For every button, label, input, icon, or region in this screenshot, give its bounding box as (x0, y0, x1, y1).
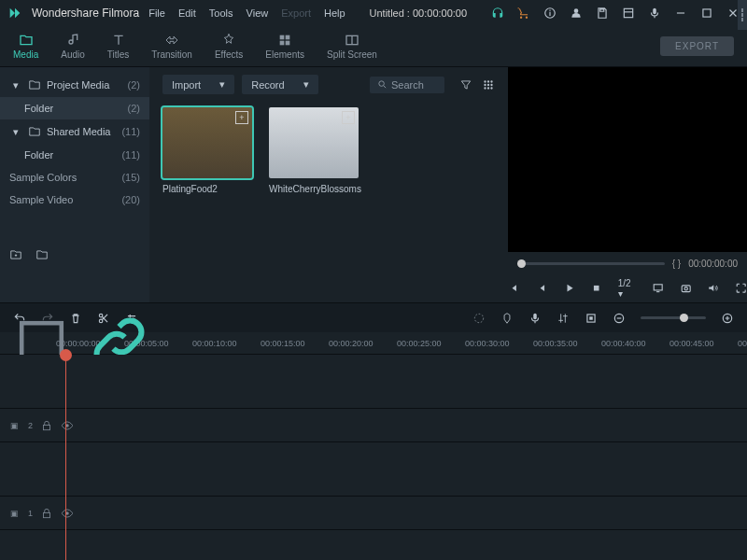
lock-icon[interactable] (40, 507, 53, 520)
lock-icon[interactable] (40, 419, 53, 432)
sidebar-project-media[interactable]: ▾ Project Media (2) (0, 73, 149, 97)
zoom-slider[interactable] (641, 316, 706, 319)
zoom-out-icon[interactable] (613, 312, 626, 325)
minimize-icon[interactable] (674, 7, 687, 20)
folder-icon[interactable] (35, 248, 49, 261)
new-folder-icon[interactable] (9, 248, 22, 261)
search-input[interactable]: Search (370, 77, 444, 93)
tab-elements[interactable]: Elements (265, 33, 304, 60)
menu-view[interactable]: View (247, 7, 269, 19)
stop-icon[interactable] (590, 282, 602, 295)
clip-item[interactable]: + PlatingFood2 (162, 107, 252, 194)
timeline-ruler[interactable]: 00:00:00:0000:00:05:0000:00:10:0000:00:1… (0, 332, 747, 355)
track-type-icon: ▣ (7, 507, 21, 520)
svg-rect-33 (44, 425, 50, 429)
maximize-icon[interactable] (700, 7, 713, 20)
import-dropdown[interactable]: Import▾ (162, 75, 234, 94)
svg-point-13 (490, 80, 492, 82)
tab-effects[interactable]: Effects (215, 33, 243, 60)
sidebar-folder-1[interactable]: Folder (2) (0, 97, 149, 119)
playback-speed[interactable]: 1/2 ▾ (618, 278, 638, 299)
add-to-timeline-icon[interactable]: + (235, 111, 248, 124)
media-browser: Import▾ Record▾ Search + PlatingFood2 + … (149, 67, 508, 302)
preview-scrubber: { } 00:00:00:00 (508, 252, 747, 274)
sidebar-sample-video[interactable]: Sample Video (20) (0, 189, 149, 211)
svg-point-19 (490, 87, 492, 89)
sidebar-sample-colors[interactable]: Sample Colors (15) (0, 166, 149, 189)
collapse-handle[interactable] (738, 0, 747, 30)
track-audio[interactable] (0, 442, 747, 497)
filter-icon[interactable] (459, 78, 472, 91)
menu-export: Export (281, 7, 311, 19)
voiceover-icon[interactable] (529, 312, 542, 325)
mic-icon[interactable] (648, 7, 661, 20)
menu-help[interactable]: Help (324, 7, 345, 19)
play-icon[interactable] (563, 282, 575, 295)
svg-point-17 (484, 87, 486, 89)
timeline-snap-icon[interactable] (7, 337, 76, 350)
main-row: ▾ Project Media (2) Folder (2) ▾ Shared … (0, 67, 747, 302)
preview-timecode: 00:00:00:00 (688, 259, 738, 269)
save-icon[interactable] (596, 7, 609, 20)
cart-icon[interactable] (517, 7, 530, 20)
crop-view-icon[interactable] (585, 312, 598, 325)
tab-audio[interactable]: Audio (61, 33, 85, 60)
prev-frame-icon[interactable] (508, 282, 520, 295)
clip-thumbnail[interactable]: + (269, 107, 359, 178)
chevron-down-icon: ▾ (219, 78, 225, 91)
track-overlay-1[interactable]: ▣1 (0, 497, 747, 530)
step-back-icon[interactable] (535, 282, 547, 295)
track-video-main[interactable] (0, 355, 747, 409)
svg-point-23 (684, 287, 687, 290)
svg-rect-21 (655, 285, 663, 290)
svg-rect-20 (594, 286, 599, 291)
fullscreen-icon[interactable] (735, 282, 747, 295)
render-icon[interactable] (472, 312, 486, 325)
sidebar-folder-2[interactable]: Folder (11) (0, 144, 149, 166)
user-icon[interactable] (570, 7, 583, 20)
scrub-bar[interactable] (517, 262, 665, 265)
svg-point-14 (484, 83, 486, 85)
grid-view-icon[interactable] (482, 78, 495, 91)
export-button[interactable]: EXPORT (660, 36, 734, 56)
layout-icon[interactable] (622, 7, 635, 20)
titlebar: Wondershare Filmora File Edit Tools View… (0, 0, 747, 26)
tab-split-screen[interactable]: Split Screen (327, 33, 377, 60)
sidebar-shared-media[interactable]: ▾ Shared Media (11) (0, 119, 149, 144)
headset-icon[interactable] (491, 7, 504, 20)
svg-rect-35 (44, 512, 50, 517)
tab-titles[interactable]: Titles (107, 33, 130, 60)
clip-name: WhiteCherryBlossoms (269, 184, 361, 194)
clip-item[interactable]: + WhiteCherryBlossoms (269, 107, 361, 194)
record-dropdown[interactable]: Record▾ (242, 75, 317, 94)
playhead[interactable] (65, 355, 66, 560)
link-icon[interactable] (85, 337, 153, 350)
add-to-timeline-icon[interactable]: + (342, 111, 355, 124)
menu-file[interactable]: File (148, 7, 165, 19)
tab-transition[interactable]: Transition (151, 33, 192, 60)
visibility-icon[interactable] (61, 419, 74, 432)
volume-icon[interactable] (707, 282, 719, 295)
marker-icon[interactable] (500, 312, 514, 325)
info-icon[interactable] (543, 7, 557, 20)
timeline[interactable]: ▣2 ▣1 (0, 355, 747, 560)
inout-brackets: { } (672, 259, 681, 269)
svg-point-15 (487, 83, 489, 85)
clip-thumbnail[interactable]: + (162, 107, 252, 178)
zoom-in-icon[interactable] (721, 312, 734, 325)
sidebar-footer (0, 239, 58, 271)
snapshot-icon[interactable] (680, 282, 692, 295)
menu-edit[interactable]: Edit (178, 7, 196, 19)
chevron-down-icon: ▾ (303, 78, 309, 91)
visibility-icon[interactable] (61, 507, 74, 520)
audio-mixer-icon[interactable] (557, 312, 570, 325)
svg-rect-8 (286, 41, 290, 46)
menu-bar: File Edit Tools View Export Help (148, 7, 345, 19)
svg-rect-2 (624, 8, 632, 17)
display-icon[interactable] (652, 282, 664, 295)
menu-tools[interactable]: Tools (209, 7, 233, 19)
track-overlay-2[interactable]: ▣2 (0, 409, 747, 442)
tab-media[interactable]: Media (13, 33, 38, 60)
app-logo-icon (7, 6, 22, 21)
chevron-down-icon: ▾ (9, 125, 22, 138)
